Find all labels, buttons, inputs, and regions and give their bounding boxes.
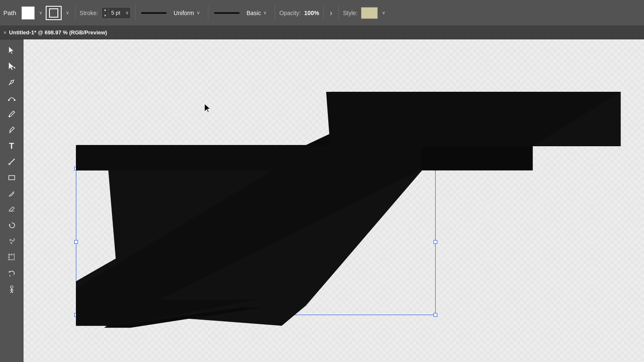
- svg-point-4: [10, 80, 12, 82]
- fill-dropdown-arrow: ∨: [39, 10, 42, 16]
- svg-line-13: [13, 191, 14, 192]
- rotate-tool[interactable]: [3, 218, 20, 233]
- stroke-spinner[interactable]: ▲ ▼ 5 pt ∨: [101, 7, 131, 19]
- nav-arrow-right[interactable]: ›: [328, 8, 334, 18]
- main-area: T: [0, 39, 644, 362]
- stroke-value: 5 pt: [109, 10, 123, 16]
- svg-point-27: [10, 286, 13, 288]
- svg-point-8: [8, 116, 10, 117]
- svg-point-7: [14, 99, 16, 101]
- svg-point-18: [10, 243, 12, 244]
- svg-line-32: [12, 291, 13, 293]
- eraser-tool[interactable]: [3, 202, 20, 217]
- stroke-type-inner: [49, 8, 58, 18]
- selection-tool[interactable]: [3, 59, 20, 74]
- divider-6: [338, 5, 339, 21]
- sidebar: T: [0, 39, 23, 362]
- svg-line-5: [9, 84, 10, 85]
- tabbar: × Untitled-1* @ 698.97 % (RGB/Preview): [0, 26, 644, 39]
- basic-label: Basic: [247, 10, 261, 16]
- stroke-spinner-arrows[interactable]: ▲ ▼: [102, 7, 109, 19]
- stroke-value-dropdown[interactable]: ∨: [123, 9, 130, 16]
- basic-dropdown[interactable]: Basic ∨: [243, 7, 270, 19]
- style-dropdown-arrow: ∨: [382, 10, 385, 16]
- z-shape-final: [23, 39, 644, 362]
- style-dropdown[interactable]: ∨: [379, 9, 387, 16]
- divider-3: [208, 5, 208, 21]
- uniform-arrow: ∨: [197, 10, 200, 16]
- fill-color-swatch[interactable]: [21, 6, 35, 20]
- direct-select-tool[interactable]: [3, 43, 20, 58]
- stroke-label: Stroke:: [80, 10, 98, 16]
- svg-point-16: [10, 239, 11, 241]
- line-preview-2: [214, 12, 239, 14]
- pencil-tool[interactable]: [3, 186, 20, 201]
- style-label: Style:: [343, 10, 358, 16]
- brush-tool[interactable]: [3, 106, 20, 122]
- basic-arrow: ∨: [263, 10, 267, 16]
- puppet-warp-tool[interactable]: [3, 282, 20, 297]
- stroke-spinner-down[interactable]: ▼: [102, 13, 108, 19]
- opacity-label: Opacity:: [279, 10, 301, 16]
- uniform-dropdown[interactable]: Uniform ∨: [170, 7, 204, 19]
- svg-marker-50: [76, 300, 257, 326]
- blob-brush-tool[interactable]: [3, 122, 20, 137]
- rectangle-tool[interactable]: [3, 170, 20, 185]
- svg-marker-15: [9, 224, 10, 225]
- stroke-type-box[interactable]: [46, 6, 62, 20]
- divider-5: [323, 5, 324, 21]
- divider-2: [135, 5, 135, 21]
- canvas-area[interactable]: [23, 39, 644, 362]
- svg-point-6: [8, 99, 10, 101]
- opacity-value: 100%: [304, 10, 319, 16]
- tab-close-button[interactable]: ×: [3, 29, 7, 36]
- line-preview: [141, 12, 166, 14]
- stroke-type-dropdown[interactable]: ∨: [63, 9, 71, 16]
- svg-line-3: [14, 67, 15, 68]
- svg-marker-2: [9, 62, 14, 70]
- svg-line-9: [9, 159, 15, 165]
- style-swatch[interactable]: [361, 7, 378, 19]
- stroke-spinner-up[interactable]: ▲: [102, 7, 108, 13]
- svg-rect-12: [9, 176, 15, 180]
- toolbar: Path ∨ ∨ Stroke: ▲ ▼ 5 pt ∨ Uniform ∨ Ba…: [0, 0, 644, 26]
- svg-marker-47: [76, 146, 421, 170]
- fill-dropdown[interactable]: ∨: [36, 9, 44, 16]
- svg-marker-46: [326, 92, 621, 146]
- stroke-type-dropdown-arrow: ∨: [66, 10, 69, 16]
- uniform-label: Uniform: [174, 10, 194, 16]
- line-tool[interactable]: [3, 154, 20, 169]
- type-tool[interactable]: T: [3, 138, 20, 153]
- svg-point-17: [12, 240, 13, 242]
- divider-1: [75, 5, 75, 21]
- tab-title[interactable]: Untitled-1* @ 698.97 % (RGB/Preview): [9, 29, 107, 36]
- path-label: Path: [3, 9, 16, 16]
- pen-tool[interactable]: [3, 75, 20, 90]
- undo-tool[interactable]: [3, 266, 20, 281]
- divider-4: [275, 5, 275, 21]
- svg-rect-19: [9, 255, 14, 260]
- artboard-tool[interactable]: [3, 250, 20, 265]
- curvature-tool[interactable]: [3, 90, 20, 106]
- symbol-spray-tool[interactable]: [3, 234, 20, 249]
